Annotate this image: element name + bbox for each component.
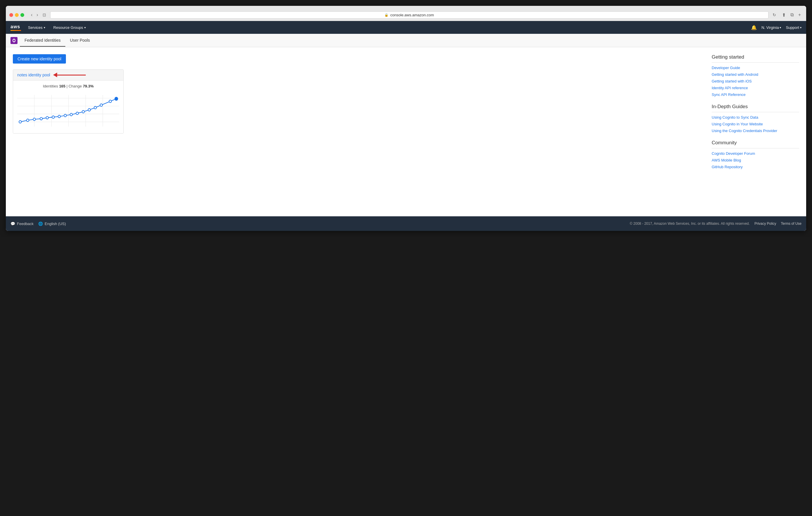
feedback-button[interactable]: 💬 Feedback bbox=[10, 221, 33, 226]
pool-card-header: notes identity pool bbox=[13, 70, 123, 81]
getting-started-android-link[interactable]: Getting started with Android bbox=[712, 72, 799, 77]
pool-card-body: Identities 165 | Change 79.3% bbox=[13, 81, 123, 133]
close-button[interactable] bbox=[9, 13, 13, 17]
url-text: console.aws.amazon.com bbox=[390, 13, 434, 17]
svg-point-24 bbox=[100, 104, 103, 107]
change-label: Change bbox=[68, 84, 82, 88]
main-content: Create new identity pool notes identity … bbox=[6, 47, 806, 216]
change-value: 79.3% bbox=[83, 84, 94, 88]
services-menu[interactable]: Services ▾ bbox=[27, 25, 47, 30]
identities-chart bbox=[17, 92, 119, 130]
language-selector[interactable]: 🌐 English (US) bbox=[38, 221, 66, 226]
community-title: Community bbox=[712, 140, 799, 148]
identity-pool-card: notes identity pool Identities 165 | Cha… bbox=[13, 69, 124, 133]
svg-point-21 bbox=[82, 111, 84, 113]
svg-point-22 bbox=[88, 109, 90, 111]
svg-point-18 bbox=[64, 114, 66, 117]
tab-overview-button[interactable]: ⊡ bbox=[41, 12, 48, 18]
cognito-icon bbox=[10, 37, 18, 44]
reload-button[interactable]: ↻ bbox=[771, 12, 778, 18]
left-panel: Create new identity pool notes identity … bbox=[13, 54, 700, 209]
privacy-policy-link[interactable]: Privacy Policy bbox=[755, 221, 776, 225]
region-label: N. Virginia bbox=[761, 25, 779, 30]
resource-groups-chevron-icon: ▾ bbox=[84, 26, 86, 29]
forward-button[interactable]: › bbox=[35, 12, 39, 18]
services-chevron-icon: ▾ bbox=[44, 26, 45, 29]
svg-point-16 bbox=[52, 116, 54, 118]
getting-started-section: Getting started Developer Guide Getting … bbox=[712, 54, 799, 97]
address-bar[interactable]: 🔒 console.aws.amazon.com bbox=[50, 11, 768, 19]
right-panel: Getting started Developer Guide Getting … bbox=[712, 54, 799, 209]
tab-user-pools[interactable]: User Pools bbox=[65, 34, 94, 47]
change-separator: | bbox=[66, 84, 68, 88]
back-button[interactable]: ‹ bbox=[29, 12, 34, 18]
traffic-lights bbox=[9, 13, 24, 17]
website-link[interactable]: Using Cognito in Your Website bbox=[712, 122, 799, 126]
support-menu[interactable]: Support ▾ bbox=[786, 25, 802, 30]
svg-point-25 bbox=[109, 100, 111, 102]
identities-count: 165 bbox=[59, 84, 66, 88]
support-label: Support bbox=[786, 25, 799, 30]
svg-point-20 bbox=[76, 112, 79, 115]
sync-data-link[interactable]: Using Cognito to Sync Data bbox=[712, 115, 799, 120]
svg-point-11 bbox=[19, 121, 21, 123]
copyright-text: © 2008 - 2017, Amazon Web Services, Inc.… bbox=[630, 221, 750, 225]
resource-groups-menu[interactable]: Resource Groups ▾ bbox=[52, 25, 87, 30]
create-identity-pool-button[interactable]: Create new identity pool bbox=[13, 54, 66, 64]
language-label: English (US) bbox=[45, 221, 66, 226]
notification-bell-icon[interactable]: 🔔 bbox=[751, 25, 757, 30]
getting-started-title: Getting started bbox=[712, 54, 799, 63]
svg-point-1 bbox=[13, 40, 15, 41]
sync-api-reference-link[interactable]: Sync API Reference bbox=[712, 92, 799, 97]
developer-forum-link[interactable]: Cognito Developer Forum bbox=[712, 151, 799, 156]
pool-stats: Identities 165 | Change 79.3% bbox=[17, 84, 119, 88]
arrow-line bbox=[57, 74, 86, 75]
region-selector[interactable]: N. Virginia ▾ bbox=[761, 25, 781, 30]
getting-started-ios-link[interactable]: Getting started with iOS bbox=[712, 79, 799, 83]
svg-point-23 bbox=[94, 107, 96, 109]
maximize-button[interactable] bbox=[21, 13, 24, 17]
resource-groups-label: Resource Groups bbox=[53, 25, 83, 30]
developer-guide-link[interactable]: Developer Guide bbox=[712, 66, 799, 70]
svg-point-19 bbox=[70, 113, 72, 116]
feedback-label: Feedback bbox=[17, 221, 33, 226]
arrow-indicator bbox=[53, 72, 86, 77]
globe-icon: 🌐 bbox=[38, 221, 43, 226]
aws-logo[interactable]: aws bbox=[10, 24, 21, 31]
lock-icon: 🔒 bbox=[384, 13, 388, 17]
browser-chrome: ‹ › ⊡ 🔒 console.aws.amazon.com ↻ ⬆ ⧉ + bbox=[6, 6, 806, 21]
github-repository-link[interactable]: GitHub Repository bbox=[712, 165, 799, 169]
community-section: Community Cognito Developer Forum AWS Mo… bbox=[712, 140, 799, 169]
identity-api-reference-link[interactable]: Identity API reference bbox=[712, 86, 799, 90]
terms-of-use-link[interactable]: Terms of Use bbox=[781, 221, 802, 225]
chart-container bbox=[17, 92, 119, 130]
in-depth-guides-section: In-Depth Guides Using Cognito to Sync Da… bbox=[712, 104, 799, 133]
minimize-button[interactable] bbox=[15, 13, 19, 17]
new-tab-button[interactable]: ⧉ bbox=[789, 12, 795, 18]
aws-nav: aws Services ▾ Resource Groups ▾ 🔔 N. Vi… bbox=[6, 21, 806, 34]
identities-label: Identities bbox=[43, 84, 58, 88]
svg-point-26 bbox=[115, 97, 118, 100]
credentials-provider-link[interactable]: Using the Cognito Credentials Provider bbox=[712, 128, 799, 133]
footer: 💬 Feedback 🌐 English (US) © 2008 - 2017,… bbox=[6, 216, 806, 231]
services-label: Services bbox=[28, 25, 42, 30]
svg-point-14 bbox=[40, 118, 42, 120]
svg-point-17 bbox=[58, 115, 60, 118]
mobile-blog-link[interactable]: AWS Mobile Blog bbox=[712, 158, 799, 162]
tab-federated-identities[interactable]: Federated Identities bbox=[20, 34, 65, 47]
add-tab-button[interactable]: + bbox=[796, 12, 803, 18]
feedback-icon: 💬 bbox=[10, 221, 15, 226]
svg-point-15 bbox=[46, 117, 49, 119]
in-depth-guides-title: In-Depth Guides bbox=[712, 104, 799, 112]
share-button[interactable]: ⬆ bbox=[780, 12, 787, 18]
support-chevron-icon: ▾ bbox=[800, 26, 802, 29]
svg-point-12 bbox=[27, 119, 29, 122]
sub-nav: Federated Identities User Pools bbox=[6, 34, 806, 47]
pool-name-link[interactable]: notes identity pool bbox=[17, 72, 50, 77]
aws-logo-text: aws bbox=[10, 24, 21, 29]
aws-logo-underline bbox=[10, 30, 21, 31]
region-chevron-icon: ▾ bbox=[780, 26, 781, 29]
svg-point-13 bbox=[33, 118, 36, 121]
